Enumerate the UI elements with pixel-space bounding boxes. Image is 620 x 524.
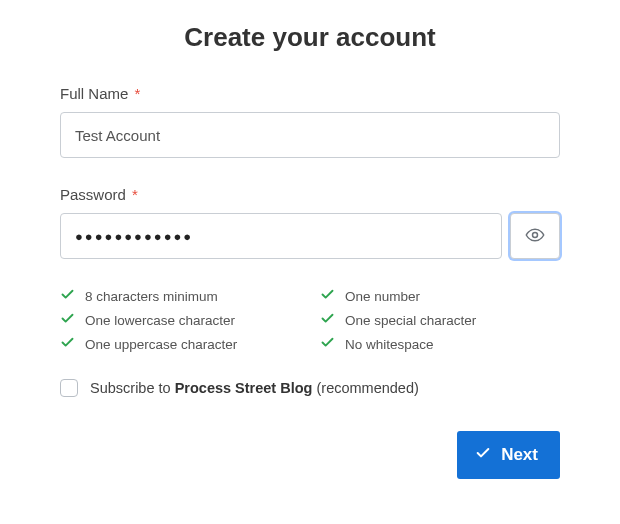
rule-uppercase: One uppercase character [60,335,300,353]
check-icon [320,311,345,329]
rule-number: One number [320,287,560,305]
check-icon [60,311,85,329]
full-name-label: Full Name * [60,85,560,102]
required-asterisk: * [132,186,138,203]
rule-text: One lowercase character [85,313,235,328]
subscribe-label: Subscribe to Process Street Blog (recomm… [90,380,419,396]
full-name-label-text: Full Name [60,85,128,102]
subscribe-prefix: Subscribe to [90,380,175,396]
toggle-password-visibility-button[interactable] [510,213,560,259]
check-icon [60,335,85,353]
svg-point-0 [533,232,538,237]
rule-min-chars: 8 characters minimum [60,287,300,305]
subscribe-suffix: (recommended) [312,380,418,396]
footer: Next [60,431,560,479]
rule-text: One uppercase character [85,337,237,352]
password-input[interactable] [60,213,502,259]
password-group: Password * [60,186,560,259]
full-name-group: Full Name * [60,85,560,158]
subscribe-bold: Process Street Blog [175,380,313,396]
next-button-label: Next [501,445,538,465]
password-rules: 8 characters minimum One number One lowe… [60,287,560,353]
required-asterisk: * [135,85,141,102]
rule-lowercase: One lowercase character [60,311,300,329]
subscribe-row: Subscribe to Process Street Blog (recomm… [60,379,560,397]
password-label: Password * [60,186,560,203]
eye-icon [525,225,545,248]
rule-text: One number [345,289,420,304]
rule-special: One special character [320,311,560,329]
check-icon [60,287,85,305]
check-icon [475,445,501,466]
rule-text: 8 characters minimum [85,289,218,304]
check-icon [320,287,345,305]
full-name-input[interactable] [60,112,560,158]
rule-text: No whitespace [345,337,434,352]
subscribe-checkbox[interactable] [60,379,78,397]
password-label-text: Password [60,186,126,203]
rule-text: One special character [345,313,476,328]
page-title: Create your account [60,22,560,53]
rule-no-whitespace: No whitespace [320,335,560,353]
next-button[interactable]: Next [457,431,560,479]
check-icon [320,335,345,353]
